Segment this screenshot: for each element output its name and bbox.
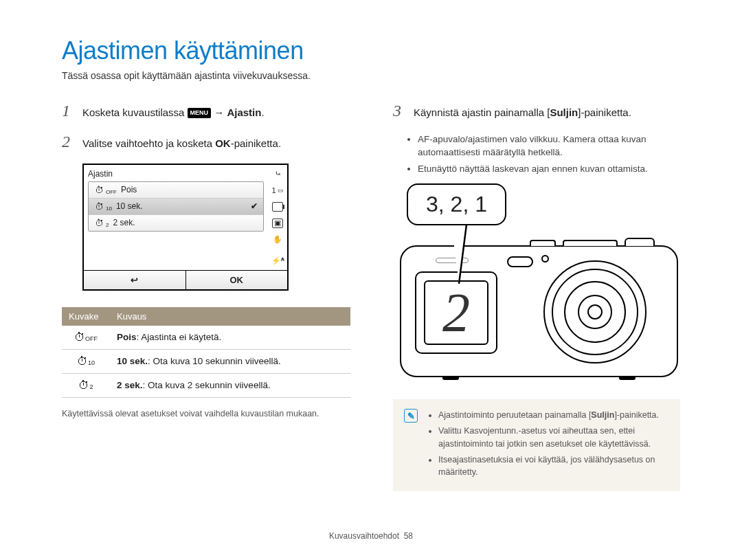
battery-icon <box>272 202 283 212</box>
table-row-icon: ⏱10 <box>62 349 110 373</box>
page-footer: Kuvausvaihtoehdot 58 <box>0 531 742 541</box>
screen-side-icons: ⤿ 1▭ ▣ ✋ ⚡ᴬ <box>268 165 287 270</box>
note-list: Ajastintoiminto peruutetaan painamalla [… <box>427 409 669 482</box>
timer-option-off[interactable]: ⏱OFF Pois <box>89 182 263 199</box>
step-3-bullets: AF-apuvalo/ajastimen valo vilkkuu. Kamer… <box>418 133 680 176</box>
note-box: ✎ Ajastintoiminto peruutetaan painamalla… <box>393 399 680 491</box>
step-2-pre: Valitse vaihtoehto ja kosketa <box>82 137 215 149</box>
timer-icon: ⏱ <box>94 218 104 228</box>
count-value: 1 <box>271 186 276 194</box>
ok-icon: OK <box>215 137 231 149</box>
note-item: Valittu Kasvojentunn.-asetus voi aiheutt… <box>438 425 669 451</box>
camera-screen: Ajastin ⏱OFF Pois ⏱10 10 sek. ✔ ⏱2 <box>82 164 289 291</box>
camera-foot <box>442 377 459 380</box>
step-1-arrow: → <box>211 107 227 118</box>
table-row-desc: Pois: Ajastinta ei käytetä. <box>110 326 350 350</box>
footer-section: Kuvausvaihtoehdot <box>329 531 399 541</box>
camera-illustration: 3, 2, 1 2 <box>400 183 680 383</box>
step-1-target: Ajastin <box>227 107 261 118</box>
step-3-bold: Suljin <box>550 107 578 118</box>
timer-option-off-sub: OFF <box>106 189 117 195</box>
step-3-text: Käynnistä ajastin painamalla [Suljin]-pa… <box>414 105 680 120</box>
step-3-number: 3 <box>393 102 405 120</box>
table-head-icon: Kuvake <box>62 307 110 326</box>
af-led <box>541 255 549 262</box>
table-row-icon: ⏱2 <box>62 373 110 397</box>
left-footnote: Käytettävissä olevat asetukset voivat va… <box>62 409 350 418</box>
countdown-bubble: 3, 2, 1 <box>407 183 506 225</box>
bullet-item: Etunäyttö näyttää laskevan ajan ennen ku… <box>418 162 680 176</box>
step-3-pre: Käynnistä ajastin painamalla [ <box>414 107 550 118</box>
step-1-pre: Kosketa kuvaustilassa <box>82 107 188 118</box>
step-2-text: Valitse vaihtoehto ja kosketa OK-painike… <box>82 136 350 150</box>
note-item: Itseajastinasetuksia ei voi käyttää, jos… <box>438 453 669 480</box>
timer-icon: ⏱ <box>94 201 104 212</box>
mode-icon: ⤿ <box>272 169 283 179</box>
table-row: ⏱2 2 sek.: Ota kuva 2 sekunnin viiveellä… <box>62 373 350 397</box>
info-icon: ✎ <box>404 409 418 423</box>
timer-option-2s-label: 2 sek. <box>113 218 135 227</box>
screen-title: Ajastin <box>88 169 264 181</box>
camera-foot <box>619 377 636 380</box>
table-row-desc: 2 sek.: Ota kuva 2 sekunnin viiveellä. <box>110 373 350 397</box>
count-icon: 1▭ <box>272 186 283 195</box>
page-title: Ajastimen käyttäminen <box>62 37 680 65</box>
timer-option-list: ⏱OFF Pois ⏱10 10 sek. ✔ ⏱2 2 sek. <box>88 181 264 232</box>
step-2: 2 Valitse vaihtoehto ja kosketa OK-paini… <box>62 133 350 151</box>
hand-icon: ✋ <box>272 235 283 245</box>
timer-option-10s[interactable]: ⏱10 10 sek. ✔ <box>89 199 263 215</box>
checkmark-icon: ✔ <box>251 201 258 211</box>
flash-window <box>507 256 533 267</box>
timer-option-10s-sub: 10 <box>106 205 112 212</box>
note-item: Ajastintoiminto peruutetaan painamalla [… <box>438 409 669 422</box>
right-column: 3 Käynnistä ajastin painamalla [Suljin]-… <box>393 102 680 491</box>
step-1: 1 Kosketa kuvaustilassa MENU → Ajastin. <box>62 102 350 120</box>
step-2-after: -painiketta. <box>231 137 281 149</box>
bullet-item: AF-apuvalo/ajastimen valo vilkkuu. Kamer… <box>418 133 680 159</box>
back-button[interactable]: ↩ <box>84 271 186 289</box>
timer-option-off-label: Pois <box>121 185 137 194</box>
table-row: ⏱10 10 sek.: Ota kuva 10 sekunnin viivee… <box>62 349 350 373</box>
flash-auto-icon: ⚡ᴬ <box>272 256 283 266</box>
table-row-desc: 10 sek.: Ota kuva 10 sekunnin viiveellä. <box>110 349 350 373</box>
table-row: ⏱OFF Pois: Ajastinta ei käytetä. <box>62 326 350 350</box>
step-3: 3 Käynnistä ajastin painamalla [Suljin]-… <box>393 102 680 120</box>
table-head-desc: Kuvaus <box>110 307 350 326</box>
menu-icon: MENU <box>188 108 212 118</box>
timer-option-10s-label: 10 sek. <box>116 201 143 211</box>
card-icon: ▣ <box>272 219 283 228</box>
camera-body: 2 <box>400 245 678 377</box>
step-3-after: ]-painiketta. <box>578 107 631 118</box>
timer-option-2s-sub: 2 <box>106 222 109 228</box>
timer-option-2s[interactable]: ⏱2 2 sek. <box>89 215 263 231</box>
lens <box>543 260 647 363</box>
page-subtitle: Tässä osassa opit käyttämään ajastinta v… <box>62 70 680 81</box>
step-1-after: . <box>261 107 264 118</box>
camera-top <box>530 240 660 247</box>
footer-page: 58 <box>404 531 413 541</box>
step-2-number: 2 <box>62 133 74 151</box>
timer-icon: ⏱ <box>94 185 104 195</box>
step-1-number: 1 <box>62 102 74 120</box>
description-table: Kuvake Kuvaus ⏱OFF Pois: Ajastinta ei kä… <box>62 307 350 398</box>
step-1-text: Kosketa kuvaustilassa MENU → Ajastin. <box>82 105 350 120</box>
left-column: 1 Kosketa kuvaustilassa MENU → Ajastin. … <box>62 102 350 491</box>
ok-button[interactable]: OK <box>186 271 288 289</box>
table-row-icon: ⏱OFF <box>62 326 110 350</box>
